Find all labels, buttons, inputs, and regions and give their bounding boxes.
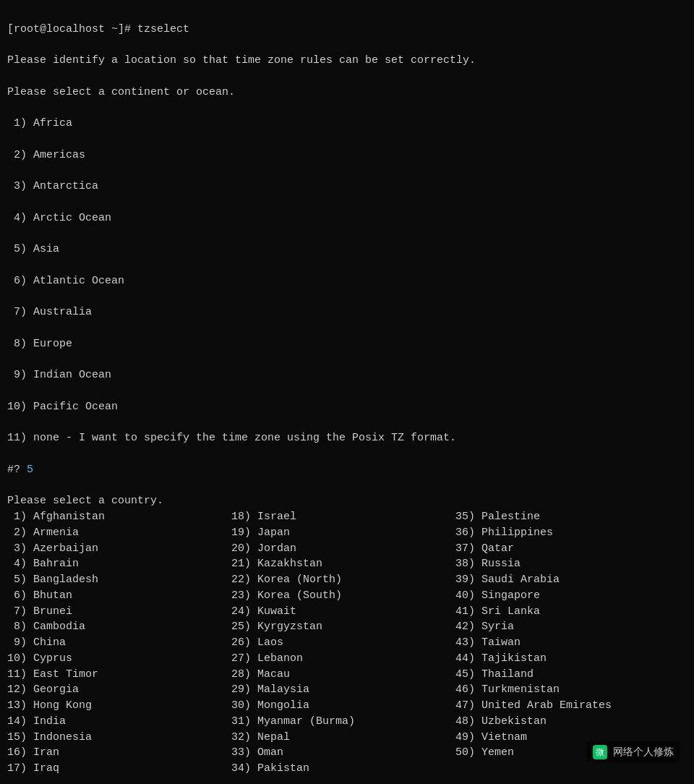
c2-1: 18) Israel	[231, 511, 296, 523]
prompt1-label: #?	[7, 464, 27, 476]
c2-8: 25) Kyrgyzstan	[231, 621, 322, 633]
c2-16: 33) Oman	[231, 746, 283, 759]
c1-12: 12) Georgia	[7, 683, 79, 696]
continent-5: 5) Asia	[7, 243, 59, 255]
continent-6: 6) Atlantic Ocean	[7, 275, 124, 287]
continent-7: 7) Australia	[7, 306, 92, 318]
c3-8: 42) Syria	[455, 621, 514, 633]
c3-10: 44) Tajikistan	[455, 652, 547, 665]
continent-4: 4) Arctic Ocean	[7, 212, 111, 224]
c1-8: 8) Cambodia	[7, 621, 85, 633]
c2-13: 30) Mongolia	[231, 699, 309, 712]
watermark-text: 网络个人修炼	[613, 746, 674, 757]
c2-15: 32) Nepal	[231, 731, 290, 743]
c3-11: 45) Thailand	[455, 668, 534, 681]
terminal-bottom: #? 9 Please select one of the following …	[7, 777, 687, 784]
c1-7: 7) Brunei	[7, 605, 72, 618]
line1: Please identify a location so that time …	[7, 54, 476, 67]
c2-3: 20) Jordan	[231, 542, 296, 555]
c3-12: 46) Turkmenistan	[455, 683, 560, 696]
countries-col1: 1) Afghanistan 2) Armenia 3) Azerbaijan …	[7, 509, 231, 777]
c1-5: 5) Bangladesh	[7, 574, 98, 586]
c2-6: 23) Korea (South)	[231, 589, 342, 602]
c1-13: 13) Hong Kong	[7, 699, 92, 712]
c1-2: 2) Armenia	[7, 527, 79, 539]
continent-1: 1) Africa	[7, 117, 72, 129]
c2-9: 26) Laos	[231, 636, 283, 649]
c2-7: 24) Kuwait	[231, 605, 296, 618]
continent-10: 10) Pacific Ocean	[7, 401, 118, 413]
answer1: 5	[27, 464, 33, 476]
c1-4: 4) Bahrain	[7, 558, 79, 570]
c2-11: 28) Macau	[231, 668, 290, 681]
watermark-icon: 微	[593, 745, 607, 759]
c2-2: 19) Japan	[231, 527, 290, 539]
continent-9: 9) Indian Ocean	[7, 369, 111, 381]
c3-15: 49) Vietnam	[455, 731, 527, 743]
c3-4: 38) Russia	[455, 558, 520, 570]
terminal: [root@localhost ~]# tzselect Please iden…	[7, 6, 687, 509]
c3-6: 40) Singapore	[455, 589, 540, 602]
c1-6: 6) Bhutan	[7, 589, 72, 602]
c2-17: 34) Pakistan	[231, 762, 309, 775]
c3-16: 50) Yemen	[455, 746, 514, 759]
c1-16: 16) Iran	[7, 746, 59, 759]
countries-col3: 35) Palestine 36) Philippines 37) Qatar …	[455, 509, 680, 777]
countries-table: 1) Afghanistan 2) Armenia 3) Azerbaijan …	[7, 509, 687, 777]
c1-9: 9) China	[7, 636, 66, 649]
continent-11: 11) none - I want to specify the time zo…	[7, 432, 456, 444]
watermark: 微 网络个人修炼	[587, 741, 680, 762]
continent-3: 3) Antarctica	[7, 180, 98, 192]
country-header: Please select a country.	[7, 495, 163, 507]
c1-11: 11) East Timor	[7, 668, 98, 681]
c3-3: 37) Qatar	[455, 542, 514, 555]
c2-4: 21) Kazakhstan	[231, 558, 322, 570]
c2-5: 22) Korea (North)	[231, 574, 342, 586]
c1-17: 17) Iraq	[7, 762, 59, 775]
c3-1: 35) Palestine	[455, 511, 540, 523]
c2-14: 31) Myanmar (Burma)	[231, 715, 355, 728]
c1-3: 3) Azerbaijan	[7, 542, 98, 555]
continent-8: 8) Europe	[7, 338, 72, 350]
c3-13: 47) United Arab Emirates	[455, 699, 612, 712]
countries-col2: 18) Israel 19) Japan 20) Jordan 21) Kaza…	[231, 509, 455, 777]
c3-5: 39) Saudi Arabia	[455, 574, 560, 586]
c3-9: 43) Taiwan	[455, 636, 520, 649]
c2-12: 29) Malaysia	[231, 683, 309, 696]
c1-14: 14) India	[7, 715, 66, 728]
c1-10: 10) Cyprus	[7, 652, 72, 665]
continent-2: 2) Americas	[7, 149, 85, 161]
c3-14: 48) Uzbekistan	[455, 715, 547, 728]
c1-1: 1) Afghanistan	[7, 511, 105, 523]
line2: Please select a continent or ocean.	[7, 86, 235, 98]
c2-10: 27) Lebanon	[231, 652, 303, 665]
c3-2: 36) Philippines	[455, 527, 553, 539]
prompt-line: [root@localhost ~]# tzselect	[7, 23, 189, 35]
c3-7: 41) Sri Lanka	[455, 605, 540, 618]
c1-15: 15) Indonesia	[7, 731, 92, 743]
